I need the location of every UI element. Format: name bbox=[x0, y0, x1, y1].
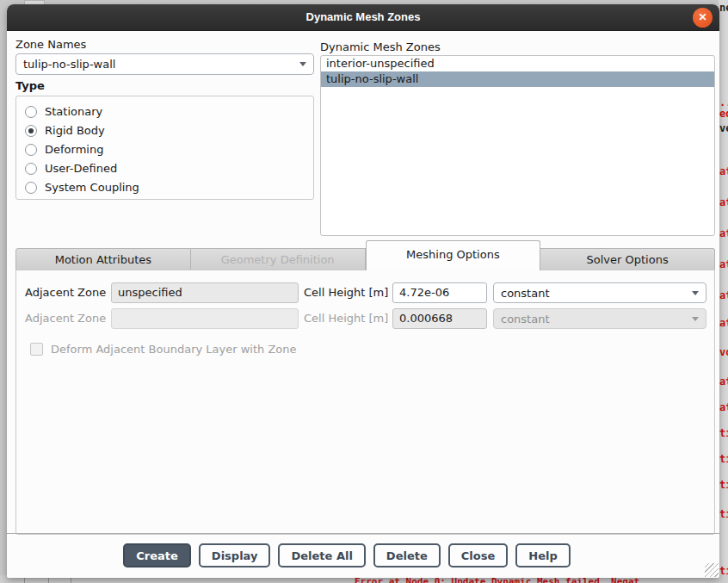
console-text-fragment: ti bbox=[719, 453, 728, 465]
delete-all-button[interactable]: Delete All bbox=[278, 543, 365, 567]
radio-stationary[interactable]: Stationary bbox=[25, 105, 102, 118]
tab-geometry-definition: Geometry Definition bbox=[191, 248, 366, 270]
radio-label: System Coupling bbox=[45, 181, 139, 194]
dynamic-mesh-zones-dialog: Dynamic Mesh Zones ✕ Zone Names tulip-no… bbox=[7, 4, 719, 578]
button-row: Create Display Delete All Delete Close H… bbox=[7, 543, 687, 567]
adjacent-zone-field-disabled bbox=[111, 308, 299, 329]
dynamic-mesh-zones-list: interior-unspecified tulip-no-slip-wall bbox=[320, 55, 715, 236]
console-text-fragment: .. bbox=[719, 96, 728, 109]
type-label: Type bbox=[15, 79, 45, 92]
zone-names-label: Zone Names bbox=[15, 38, 86, 51]
checkbox-icon bbox=[30, 343, 43, 356]
meshing-row-1: Adjacent Zone unspecified Cell Height [m… bbox=[16, 282, 714, 304]
type-groupbox: Stationary Rigid Body Deforming User-Def… bbox=[15, 96, 314, 200]
radio-label: Rigid Body bbox=[45, 124, 105, 137]
meshing-row-2: Adjacent Zone Cell Height [m] 0.000668 c… bbox=[16, 308, 714, 330]
console-text-fragment: ve bbox=[719, 122, 728, 134]
adjacent-zone-field: unspecified bbox=[111, 282, 299, 303]
close-icon: ✕ bbox=[698, 11, 706, 23]
background-console-strip: ne .. ed ve at at at at at at vo at at t… bbox=[719, 0, 728, 583]
console-text-fragment: ti bbox=[719, 427, 728, 439]
radio-label: Stationary bbox=[45, 105, 102, 118]
console-text-fragment: at bbox=[719, 401, 728, 413]
deform-boundary-layer-checkbox-row: Deform Adjacent Boundary Layer with Zone bbox=[30, 343, 297, 356]
radio-user-defined[interactable]: User-Defined bbox=[25, 162, 117, 175]
zones-list-label: Dynamic Mesh Zones bbox=[320, 40, 441, 53]
cell-height-profile-dropdown[interactable]: constant bbox=[493, 282, 706, 303]
radio-label: User-Defined bbox=[45, 162, 117, 175]
checkbox-label: Deform Adjacent Boundary Layer with Zone bbox=[51, 343, 297, 356]
dialog-title: Dynamic Mesh Zones bbox=[7, 10, 719, 23]
cell-height-input[interactable]: 4.72e-06 bbox=[392, 282, 487, 303]
create-button[interactable]: Create bbox=[123, 543, 191, 567]
list-item-selected[interactable]: tulip-no-slip-wall bbox=[321, 71, 714, 87]
console-text-fragment: at bbox=[719, 317, 728, 329]
radio-label: Deforming bbox=[45, 143, 103, 156]
tab-motion-attributes[interactable]: Motion Attributes bbox=[15, 248, 191, 270]
cell-height-field-disabled: 0.000668 bbox=[392, 308, 487, 329]
display-button[interactable]: Display bbox=[199, 543, 271, 567]
zone-names-value: tulip-no-slip-wall bbox=[23, 58, 299, 71]
chevron-down-icon bbox=[692, 291, 699, 295]
adjacent-zone-label-disabled: Adjacent Zone bbox=[25, 312, 106, 325]
close-button-bottom[interactable]: Close bbox=[448, 543, 508, 567]
console-text-fragment: at bbox=[719, 165, 728, 177]
resize-grip[interactable] bbox=[705, 563, 719, 577]
chevron-down-icon bbox=[299, 62, 306, 66]
radio-icon bbox=[25, 163, 37, 175]
console-text-fragment: ed bbox=[719, 108, 728, 120]
console-text-fragment: at bbox=[719, 258, 728, 270]
chevron-down-icon bbox=[692, 317, 699, 321]
console-text-fragment: ti bbox=[719, 508, 728, 520]
meshing-options-panel: Adjacent Zone unspecified Cell Height [m… bbox=[15, 270, 715, 535]
console-text-fragment: vo bbox=[719, 346, 728, 358]
delete-button[interactable]: Delete bbox=[373, 543, 441, 567]
adjacent-zone-label: Adjacent Zone bbox=[25, 286, 106, 299]
cell-height-label: Cell Height [m] bbox=[304, 286, 388, 299]
radio-rigid-body[interactable]: Rigid Body bbox=[25, 124, 105, 137]
title-bar[interactable]: Dynamic Mesh Zones ✕ bbox=[7, 4, 719, 31]
cell-height-label-disabled: Cell Height [m] bbox=[304, 312, 388, 325]
radio-selected-icon bbox=[25, 125, 37, 137]
tab-bar: Motion Attributes Geometry Definition Me… bbox=[15, 239, 715, 270]
tab-solver-options[interactable]: Solver Options bbox=[540, 248, 715, 270]
console-text-fragment: ti bbox=[719, 479, 728, 491]
console-text-fragment: at bbox=[719, 375, 728, 388]
divider bbox=[7, 533, 719, 534]
radio-icon bbox=[25, 144, 37, 156]
cell-height-profile-dropdown-disabled: constant bbox=[493, 308, 706, 329]
list-item[interactable]: interior-unspecified bbox=[321, 56, 714, 71]
tab-meshing-options[interactable]: Meshing Options bbox=[366, 240, 541, 270]
profile-value: constant bbox=[501, 287, 692, 300]
help-button[interactable]: Help bbox=[515, 543, 570, 567]
close-button[interactable]: ✕ bbox=[693, 8, 713, 28]
console-text-fragment: ne bbox=[719, 2, 728, 14]
profile-value: constant bbox=[501, 313, 692, 326]
zone-names-dropdown[interactable]: tulip-no-slip-wall bbox=[15, 53, 314, 75]
console-text-fragment: at bbox=[719, 289, 728, 301]
console-text-fragment: at bbox=[719, 227, 728, 239]
screen: ne .. ed ve at at at at at at vo at at t… bbox=[0, 0, 728, 583]
radio-system-coupling[interactable]: System Coupling bbox=[25, 181, 139, 194]
radio-icon bbox=[25, 182, 37, 194]
radio-icon bbox=[25, 106, 37, 118]
console-text-fragment: at bbox=[719, 196, 728, 208]
radio-deforming[interactable]: Deforming bbox=[25, 143, 103, 156]
